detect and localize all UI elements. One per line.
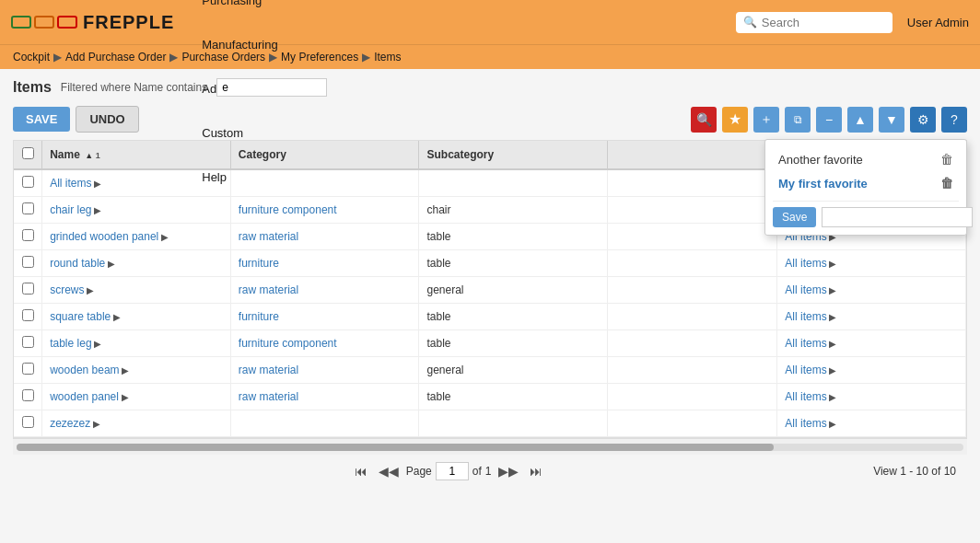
logo[interactable]: FREPPLE: [11, 12, 174, 33]
fav-item-another[interactable]: Another favorite 🗑: [773, 147, 959, 171]
col-header-subcategory[interactable]: Subcategory: [419, 141, 608, 169]
up-button[interactable]: ▲: [847, 107, 873, 133]
total-pages: 1: [485, 465, 492, 478]
row-owner[interactable]: All items: [785, 364, 826, 376]
row-expand-arrow[interactable]: ▶: [119, 392, 129, 402]
nav-menu: SalesInventoryCapacityPurchasingManufact…: [192, 0, 286, 199]
row-owner-arrow[interactable]: ▶: [827, 365, 837, 375]
down-button[interactable]: ▼: [879, 107, 904, 133]
row-checkbox[interactable]: [22, 176, 34, 188]
row-checkbox[interactable]: [22, 202, 34, 214]
sort-num: 1: [93, 151, 100, 160]
row-checkbox[interactable]: [22, 363, 34, 375]
row-name[interactable]: chair leg: [50, 203, 91, 216]
copy-button[interactable]: ⧉: [785, 107, 811, 133]
col-header-check[interactable]: [14, 141, 42, 169]
breadcrumb-item-my-preferences[interactable]: My Preferences: [281, 51, 358, 64]
page-input[interactable]: [436, 462, 469, 480]
row-owner[interactable]: All items: [785, 283, 826, 296]
row-checkbox[interactable]: [22, 336, 34, 348]
add-button[interactable]: ＋: [753, 107, 779, 133]
row-owner[interactable]: All items: [785, 417, 826, 430]
row-checkbox[interactable]: [22, 229, 34, 241]
select-all-checkbox[interactable]: [22, 147, 34, 159]
breadcrumb-sep: ▶: [169, 51, 178, 64]
breadcrumb-item-purchase-orders[interactable]: Purchase Orders: [181, 51, 265, 64]
row-name[interactable]: screws: [50, 283, 84, 296]
row-owner[interactable]: All items: [785, 390, 826, 403]
row-checkbox[interactable]: [22, 416, 34, 428]
fav-name-input[interactable]: [822, 207, 973, 227]
nav-item-help[interactable]: Help: [192, 155, 286, 199]
search-input[interactable]: [762, 16, 885, 29]
row-expand-arrow[interactable]: ▶: [120, 365, 130, 375]
page-title-row: Items Filtered where Name contains: [13, 78, 967, 97]
fav-save-button[interactable]: Save: [773, 207, 816, 227]
row-category[interactable]: furniture: [239, 310, 279, 323]
table-row: round table ▶furnituretableAll items ▶: [14, 250, 966, 277]
nav-item-purchasing[interactable]: Purchasing: [192, 0, 286, 22]
row-expand-arrow[interactable]: ▶: [85, 285, 95, 295]
next-page-button[interactable]: ▶▶: [495, 462, 522, 480]
row-name[interactable]: square table: [50, 310, 111, 323]
row-owner-arrow[interactable]: ▶: [827, 259, 837, 269]
horizontal-scrollbar[interactable]: [13, 438, 967, 455]
row-checkbox[interactable]: [22, 389, 34, 401]
row-owner-arrow[interactable]: ▶: [827, 312, 837, 322]
row-extra: [608, 277, 777, 304]
row-category[interactable]: raw material: [239, 364, 298, 376]
favorites-button[interactable]: ★: [722, 107, 748, 133]
search-filter-button[interactable]: 🔍: [691, 107, 717, 133]
row-category[interactable]: furniture component: [239, 337, 337, 350]
row-owner-arrow[interactable]: ▶: [827, 285, 837, 295]
breadcrumb-item-add-purchase-order[interactable]: Add Purchase Order: [65, 51, 166, 64]
row-expand-arrow[interactable]: ▶: [92, 339, 102, 349]
row-name[interactable]: All items: [50, 177, 91, 190]
row-owner[interactable]: All items: [785, 310, 826, 323]
row-expand-arrow[interactable]: ▶: [92, 179, 102, 189]
row-category[interactable]: furniture: [239, 257, 279, 270]
table-row: wooden beam ▶raw materialgeneralAll item…: [14, 357, 966, 384]
row-checkbox[interactable]: [22, 256, 34, 268]
settings-button[interactable]: ⚙: [910, 107, 936, 133]
row-owner-arrow[interactable]: ▶: [827, 392, 837, 402]
row-expand-arrow[interactable]: ▶: [111, 312, 121, 322]
row-category[interactable]: raw material: [239, 283, 298, 296]
search-box[interactable]: 🔍: [736, 12, 892, 33]
row-extra: [608, 330, 777, 357]
row-expand-arrow[interactable]: ▶: [90, 419, 100, 429]
row-name[interactable]: round table: [50, 257, 105, 270]
row-owner[interactable]: All items: [785, 337, 826, 350]
table-row: screws ▶raw materialgeneralAll items ▶: [14, 277, 966, 304]
fav-item-first[interactable]: My first favorite 🗑: [773, 171, 959, 195]
row-name[interactable]: table leg: [50, 337, 91, 350]
row-name[interactable]: grinded wooden panel: [50, 230, 158, 243]
row-name[interactable]: wooden beam: [50, 364, 119, 376]
breadcrumb-item-items[interactable]: Items: [374, 51, 401, 64]
row-checkbox[interactable]: [22, 283, 34, 295]
fav-delete-first[interactable]: 🗑: [940, 176, 953, 191]
row-expand-arrow[interactable]: ▶: [158, 232, 169, 242]
breadcrumb-item-cockpit[interactable]: Cockpit: [13, 51, 50, 64]
filter-input[interactable]: [216, 78, 327, 97]
row-category[interactable]: raw material: [239, 390, 298, 403]
save-button[interactable]: SAVE: [13, 107, 70, 132]
row-checkbox[interactable]: [22, 309, 34, 321]
prev-page-button[interactable]: ◀◀: [375, 462, 402, 480]
last-page-button[interactable]: ⏭: [526, 462, 546, 480]
row-category[interactable]: furniture component: [239, 203, 337, 216]
row-name[interactable]: zezezez: [50, 417, 90, 430]
first-page-button[interactable]: ⏮: [351, 462, 371, 480]
row-owner-arrow[interactable]: ▶: [827, 419, 837, 429]
fav-delete-another[interactable]: 🗑: [940, 152, 953, 167]
delete-button[interactable]: −: [816, 107, 842, 133]
row-name[interactable]: wooden panel: [50, 390, 119, 403]
row-expand-arrow[interactable]: ▶: [105, 259, 115, 269]
row-owner[interactable]: All items: [785, 257, 826, 270]
help-button[interactable]: ?: [941, 107, 967, 133]
row-owner-arrow[interactable]: ▶: [827, 339, 837, 349]
undo-button[interactable]: UNDO: [76, 106, 138, 133]
row-category[interactable]: raw material: [239, 230, 298, 243]
row-expand-arrow[interactable]: ▶: [92, 205, 102, 215]
user-admin[interactable]: User Admin: [907, 16, 969, 29]
